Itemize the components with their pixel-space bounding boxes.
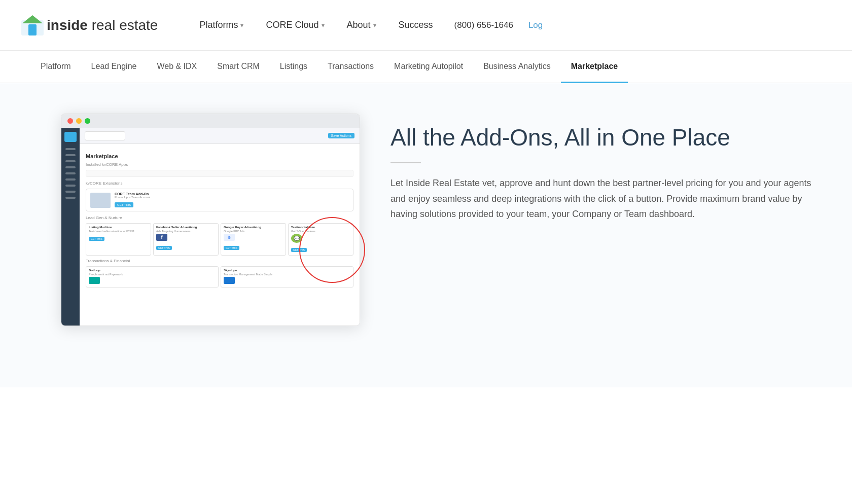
dotloop-card: Dotloop People work not Paperwork bbox=[86, 266, 219, 287]
browser-fullscreen-dot bbox=[85, 118, 90, 124]
core-cloud-chevron-icon: ▾ bbox=[322, 22, 325, 29]
app-main-area: Save Actions Marketplace Installed kvCOR… bbox=[80, 128, 360, 326]
browser-minimize-dot bbox=[76, 118, 82, 124]
google-logo-icon: G bbox=[224, 234, 235, 241]
installed-apps-label: Installed kvCORE Apps bbox=[86, 162, 353, 167]
sidebar-settings-icon bbox=[65, 197, 76, 199]
logo-icon bbox=[20, 13, 45, 38]
subnav-smart-crm[interactable]: Smart CRM bbox=[207, 51, 270, 83]
dotloop-name: Dotloop bbox=[89, 269, 216, 272]
app-logo-icon bbox=[64, 132, 77, 142]
app-search-input[interactable] bbox=[85, 131, 125, 140]
app-body: Marketplace Installed kvCORE Apps kvCORE… bbox=[80, 144, 360, 295]
card2-name: Facebook Seller Advertising bbox=[156, 226, 216, 229]
nav-about[interactable]: About ▾ bbox=[336, 0, 387, 51]
logo-text: inside real estate bbox=[47, 17, 158, 33]
card3-desc: Google PPC Ads bbox=[224, 230, 283, 233]
lead-gen-cards: Listing Machine Text-based seller valuat… bbox=[86, 223, 353, 256]
transactions-label: Transactions & Financial bbox=[86, 259, 353, 263]
sidebar-listings-icon bbox=[65, 178, 76, 181]
skyslope-desc: Transaction Management Made Simple bbox=[224, 273, 350, 276]
testimonial-card: Testimonial Tree Get 5-Star Reviews 💬 GE… bbox=[288, 223, 353, 256]
save-actions-button[interactable]: Save Actions bbox=[328, 133, 354, 138]
browser-window: Save Actions Marketplace Installed kvCOR… bbox=[61, 114, 360, 326]
phone-number: (800) 656-1646 bbox=[444, 20, 523, 30]
skyslope-name: Skyslope bbox=[224, 269, 350, 272]
sidebar-analytics-icon bbox=[65, 191, 76, 193]
app-sidebar bbox=[61, 128, 80, 326]
card3-name: Google Buyer Advertising bbox=[224, 226, 283, 229]
card4-name: Testimonial Tree bbox=[291, 226, 350, 229]
card1-desc: Text-based seller valuation tool/CRM bbox=[89, 230, 148, 233]
svg-rect-2 bbox=[28, 24, 37, 35]
app-topbar: Save Actions bbox=[80, 128, 360, 144]
card1-btn[interactable]: GET THIS bbox=[89, 237, 104, 241]
extension-card: CORE Team Add-On Power Up a Team Account… bbox=[86, 189, 353, 211]
extension-get-btn[interactable]: GET THIS bbox=[115, 202, 133, 207]
about-chevron-icon: ▾ bbox=[373, 22, 376, 29]
card4-desc: Get 5-Star Reviews bbox=[291, 230, 350, 233]
card2-desc: Ads Targeting Homeowners bbox=[156, 230, 216, 233]
logo[interactable]: inside real estate bbox=[20, 13, 158, 38]
subnav-lead-engine[interactable]: Lead Engine bbox=[81, 51, 147, 83]
card3-btn[interactable]: GET THIS bbox=[224, 246, 239, 250]
platforms-chevron-icon: ▾ bbox=[240, 22, 243, 29]
extension-thumbnail bbox=[90, 193, 111, 208]
nav-platforms[interactable]: Platforms ▾ bbox=[188, 0, 255, 51]
skyslope-logo-icon bbox=[224, 277, 235, 284]
body-text: Let Inside Real Estate vet, approve and … bbox=[390, 175, 822, 222]
text-content-area: All the Add-Ons, All in One Place Let In… bbox=[390, 114, 822, 222]
subnav-platform[interactable]: Platform bbox=[30, 51, 81, 83]
login-link[interactable]: Log bbox=[523, 20, 548, 30]
subnav-transactions[interactable]: Transactions bbox=[317, 51, 384, 83]
transactions-cards: Dotloop People work not Paperwork Skyslo… bbox=[86, 266, 353, 287]
extension-desc: Power Up a Team Account bbox=[115, 196, 349, 199]
card2-btn[interactable]: GET THIS bbox=[156, 246, 172, 250]
nav-core-cloud[interactable]: CORE Cloud ▾ bbox=[255, 0, 335, 51]
sidebar-contacts-icon bbox=[65, 172, 76, 174]
facebook-card: Facebook Seller Advertising Ads Targetin… bbox=[153, 223, 219, 256]
browser-bar bbox=[61, 114, 360, 128]
sidebar-crm-icon bbox=[65, 185, 76, 187]
installed-apps-row bbox=[86, 170, 353, 177]
skyslope-card: Skyslope Transaction Management Made Sim… bbox=[221, 266, 353, 287]
divider bbox=[390, 162, 421, 163]
marketplace-title: Marketplace bbox=[86, 153, 353, 159]
lead-gen-label: Lead Gen & Nurture bbox=[86, 215, 353, 220]
page-headline: All the Add-Ons, All in One Place bbox=[390, 124, 822, 152]
main-header: inside real estate Platforms ▾ CORE Clou… bbox=[0, 0, 852, 51]
listing-machine-card: Listing Machine Text-based seller valuat… bbox=[86, 223, 151, 256]
screenshot-mockup: Save Actions Marketplace Installed kvCOR… bbox=[61, 114, 360, 326]
testimonial-logo-icon: 💬 bbox=[291, 234, 302, 243]
sidebar-home-icon bbox=[65, 160, 76, 162]
extension-name: CORE Team Add-On bbox=[115, 192, 349, 196]
nav-success[interactable]: Success bbox=[387, 0, 444, 51]
subnav-listings[interactable]: Listings bbox=[270, 51, 317, 83]
card4-btn[interactable]: GET THIS bbox=[291, 248, 307, 252]
main-content: Save Actions Marketplace Installed kvCOR… bbox=[0, 83, 852, 387]
extension-info: CORE Team Add-On Power Up a Team Account… bbox=[115, 192, 349, 208]
sub-nav: Platform Lead Engine Web & IDX Smart CRM… bbox=[0, 51, 852, 83]
google-card: Google Buyer Advertising Google PPC Ads … bbox=[221, 223, 286, 256]
subnav-marketing-autopilot[interactable]: Marketing Autopilot bbox=[384, 51, 473, 83]
card1-name: Listing Machine bbox=[89, 226, 148, 229]
dotloop-logo-icon bbox=[89, 277, 100, 284]
subnav-web-idx[interactable]: Web & IDX bbox=[147, 51, 207, 83]
main-nav: Platforms ▾ CORE Cloud ▾ About ▾ Success… bbox=[188, 0, 832, 51]
sidebar-menu-icon bbox=[65, 148, 76, 150]
app-window: Save Actions Marketplace Installed kvCOR… bbox=[61, 128, 360, 326]
extensions-label: kvCORE Extensions bbox=[86, 181, 353, 186]
subnav-marketplace[interactable]: Marketplace bbox=[561, 51, 628, 83]
sidebar-leads-icon bbox=[65, 166, 76, 168]
dotloop-desc: People work not Paperwork bbox=[89, 273, 216, 276]
browser-close-dot bbox=[67, 118, 73, 124]
facebook-logo-icon: f bbox=[156, 234, 167, 241]
sidebar-search-icon bbox=[65, 154, 76, 156]
subnav-business-analytics[interactable]: Business Analytics bbox=[473, 51, 561, 83]
